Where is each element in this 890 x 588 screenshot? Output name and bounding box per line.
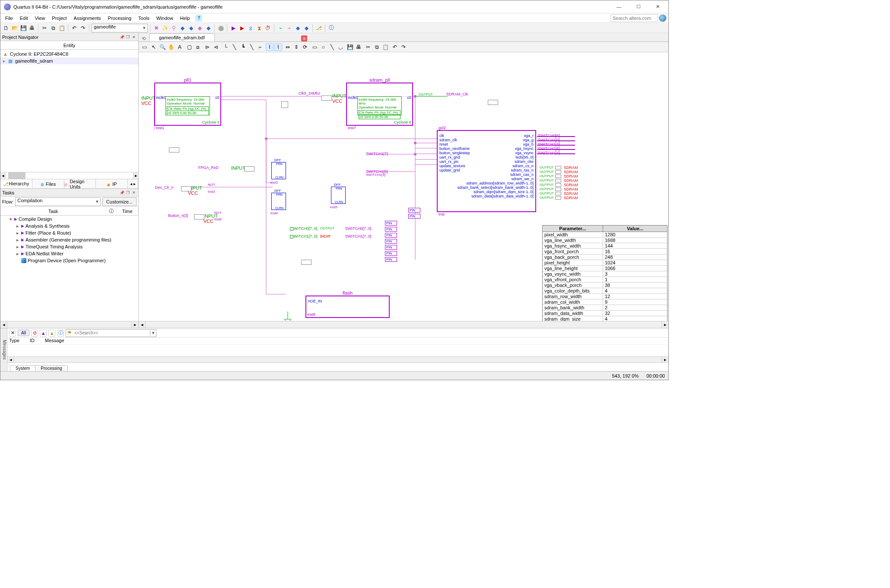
messages-side-label[interactable]: Messages	[0, 328, 7, 371]
tab-close-icon[interactable]: ✕	[301, 35, 307, 41]
et-save-icon[interactable]: 💾	[346, 43, 354, 51]
diamond2-icon[interactable]: ◆	[302, 24, 310, 32]
param-row[interactable]: vga_back_porch248	[543, 254, 667, 260]
et-diag-icon[interactable]: ╲	[230, 43, 238, 51]
tab-design-units[interactable]: ⧈Design Units	[64, 179, 96, 188]
param-row[interactable]: vga_vsync_width3	[543, 271, 667, 277]
msg-warning-icon[interactable]: ▲	[48, 330, 55, 337]
msg-col-message[interactable]: Message	[45, 338, 64, 344]
et-conduit-icon[interactable]: ⌐	[256, 43, 264, 51]
parameter-table[interactable]: Parameter... Value... pixel_width1280vga…	[542, 225, 668, 321]
task-row[interactable]: ▸▶Assembler (Generate programming files)	[0, 236, 138, 243]
task-expander-icon[interactable]: ▸	[16, 244, 20, 250]
et-symbol-icon[interactable]: ▢	[185, 43, 193, 51]
msg-tab-processing[interactable]: Processing	[35, 365, 67, 371]
et-line-icon[interactable]: ╲	[328, 43, 336, 51]
tab-hierarchy[interactable]: ⎇Hierarchy	[0, 179, 32, 188]
tasks-col-task[interactable]: Task	[0, 207, 106, 215]
et-rotate-icon[interactable]: ⟳	[301, 43, 309, 51]
chip2-icon[interactable]: ◆	[187, 24, 195, 32]
task-expander-icon[interactable]: ▸	[16, 237, 20, 243]
et-pointer-icon[interactable]: ↖	[150, 43, 158, 51]
tab-files[interactable]: 🗎Files	[32, 179, 64, 188]
param-row[interactable]: pixel_height1024	[543, 260, 667, 266]
task-row[interactable]: ▸▶Fitter (Place & Route)	[0, 229, 138, 236]
settings-icon[interactable]: ✖	[153, 24, 160, 32]
et-paste-icon[interactable]: 📋	[381, 43, 389, 51]
search-icon[interactable]	[659, 14, 667, 22]
gear-icon[interactable]: ⧖	[247, 24, 254, 32]
scroll-left-icon[interactable]: ◂	[139, 321, 146, 328]
task-row[interactable]: ▸▶Analysis & Synthesis	[0, 222, 138, 229]
msg-search-dropdown-icon[interactable]: ▾	[150, 330, 156, 336]
et-arc-icon[interactable]: ◡	[337, 43, 344, 51]
minimize-button[interactable]: —	[609, 1, 629, 13]
navigator-hscroll[interactable]: ◂ ▸	[0, 172, 138, 179]
task-expander-icon[interactable]: ▸	[16, 223, 20, 229]
et-bus-ortho-icon[interactable]: ┗	[239, 43, 247, 51]
et-copy-icon[interactable]: ⧉	[373, 43, 381, 51]
info-icon[interactable]: ⓘ	[327, 24, 335, 32]
menu-view[interactable]: View	[32, 15, 48, 22]
menu-help[interactable]: Help	[177, 15, 193, 22]
redo-icon[interactable]: ↷	[79, 24, 87, 32]
tab-history-icon[interactable]: ⟲	[140, 35, 146, 41]
scroll-left-icon[interactable]: ◂	[0, 172, 6, 179]
scroll-right-icon[interactable]: ▸	[133, 172, 138, 179]
diamond1-icon[interactable]: ◆	[294, 24, 302, 32]
msg-error-icon[interactable]: ⊘	[31, 330, 38, 337]
param-row[interactable]: vga_front_porch16	[543, 249, 667, 254]
et-redo-icon[interactable]: ↷	[400, 43, 407, 51]
param-header-value[interactable]: Value...	[603, 226, 667, 232]
block-gol2[interactable]: gol2 inst clksdram_clkresetbutton_nextfr…	[437, 130, 536, 212]
project-selector[interactable]: gameoflife	[92, 24, 148, 32]
maximize-button[interactable]: ☐	[629, 1, 648, 13]
customize-button[interactable]: Customize...	[102, 197, 137, 206]
et-flip-h-icon[interactable]: ⇔	[284, 43, 292, 51]
chip4-icon[interactable]: ◆	[204, 24, 212, 32]
task-expander-icon[interactable]: ▸	[16, 230, 20, 236]
msg-info-icon[interactable]: ⓘ	[57, 330, 64, 337]
scroll-right-icon[interactable]: ▸	[131, 321, 138, 328]
menu-project[interactable]: Project	[49, 15, 70, 22]
et-hand-icon[interactable]: ✋	[167, 43, 175, 51]
messages-body[interactable]	[7, 345, 668, 356]
param-row[interactable]: pixel_width1280	[543, 232, 667, 238]
task-row[interactable]: ▸▶TimeQuest Timing Analysis	[0, 243, 138, 250]
msg-critical-icon[interactable]: ▲	[40, 330, 47, 337]
task-expander-icon[interactable]: ▸	[16, 251, 20, 257]
panel-restore-icon[interactable]: ❐	[125, 35, 130, 40]
tasks-close-icon[interactable]: ✕	[131, 190, 137, 195]
msg-close-icon[interactable]: ✕	[9, 330, 16, 337]
param-row[interactable]: vga_color_depth_bits4	[543, 288, 667, 294]
block-sdram-pll[interactable]: sdram_pll inclk0 c0 inclk0 frequency: 24…	[346, 83, 413, 126]
dff-1[interactable]: DFF PRN CLRN	[271, 162, 286, 179]
msg-filter-all[interactable]: All	[18, 330, 29, 336]
play-icon[interactable]: ▶	[21, 231, 24, 235]
et-text-icon[interactable]: A	[176, 43, 184, 51]
play-icon[interactable]: ▶	[21, 251, 24, 256]
et-zoom-icon[interactable]: 🔍	[159, 43, 166, 51]
new-icon[interactable]: 🗋	[2, 24, 10, 32]
et-undo-icon[interactable]: ↶	[391, 43, 399, 51]
tasks-pin-icon[interactable]: 📌	[119, 190, 124, 195]
chip-icon[interactable]: ◆	[178, 24, 186, 32]
menu-file[interactable]: File	[2, 15, 16, 22]
task-expander-icon[interactable]: ▾	[9, 216, 13, 222]
param-row[interactable]: vga_line_width1688	[543, 238, 667, 243]
et-block-icon[interactable]: ⧈	[194, 43, 202, 51]
param-row[interactable]: vga_vback_porch38	[543, 283, 667, 288]
block-pll1[interactable]: pll1 inclk0 c0 inclk0 frequency: 24.000 …	[154, 83, 221, 126]
netlist2-icon[interactable]: ⌁	[285, 24, 293, 32]
msg-tab-system[interactable]: System	[10, 365, 35, 371]
param-row[interactable]: sdram_dqm_size4	[543, 316, 667, 321]
panel-close-icon[interactable]: ✕	[131, 35, 137, 40]
task-row[interactable]: Program Device (Open Programmer)	[0, 257, 138, 264]
play-icon[interactable]: ▶	[21, 238, 24, 242]
close-button[interactable]: ✕	[648, 1, 668, 13]
et-pin-in-icon[interactable]: ⊳	[203, 43, 211, 51]
cut-icon[interactable]: ✂	[41, 24, 48, 32]
et-oval-icon[interactable]: ○	[319, 43, 327, 51]
pin-icon[interactable]: ⚲	[170, 24, 178, 32]
menu-edit[interactable]: Edit	[17, 15, 31, 22]
